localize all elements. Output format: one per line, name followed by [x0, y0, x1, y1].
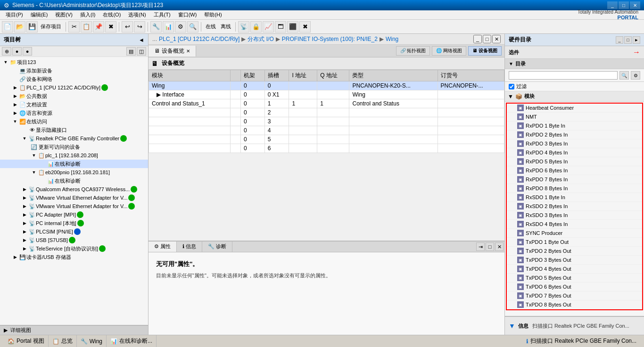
- tab-device-overview[interactable]: 🖥 设备概览 ✕: [149, 46, 196, 56]
- breadcrumb-distributed[interactable]: 分布式 I/O: [248, 35, 273, 43]
- tree-item-update-accessible[interactable]: 🔄 更新可访问的设备: [0, 143, 148, 151]
- exp-reader-usb[interactable]: ▶: [11, 253, 19, 261]
- exp-pc-internal[interactable]: ▶: [21, 219, 28, 227]
- tree-item-realtek[interactable]: ▼ 📡 Realtek PCIe GBE Family Controller: [0, 134, 148, 143]
- toolbar-btn-a[interactable]: 🔧: [150, 21, 162, 32]
- table-row[interactable]: 03: [149, 117, 504, 126]
- exp-doc-settings[interactable]: ▶: [11, 101, 19, 108]
- center-close-btn[interactable]: ✕: [492, 35, 501, 43]
- exp-vmware1[interactable]: ▶: [21, 194, 28, 202]
- catalog-item[interactable]: ▣TxPDO 6 Bytes Out: [507, 282, 642, 291]
- center-minimize-btn[interactable]: _: [473, 35, 482, 43]
- breadcrumb-profinet[interactable]: PROFINET IO-System (100): PN/IE_2: [282, 36, 378, 42]
- toolbar-btn-b[interactable]: 📊: [163, 21, 174, 32]
- tree-item-usb[interactable]: ▶ 📡 USB [S7USB]: [0, 236, 148, 244]
- toolbar-extra-a[interactable]: 📡: [238, 21, 249, 32]
- save-button[interactable]: 💾: [26, 21, 38, 32]
- exp-pc-adapter[interactable]: ▶: [21, 211, 28, 218]
- catalog-item[interactable]: ▣RxPDO 3 Bytes In: [507, 139, 642, 148]
- tree-item-online-diag-1[interactable]: ▶ 📊 在线和诊断: [0, 160, 148, 168]
- tree-item-pc-internal[interactable]: ▶ 📡 PC internal [本地]: [0, 219, 148, 227]
- breadcrumb-plc1[interactable]: PLC_1 [CPU 1212C AC/DC/Rly]: [159, 36, 239, 42]
- tree-item-pc-adapter[interactable]: ▶ 📡 PC Adapter [MPI]: [0, 210, 148, 219]
- tree-item-common-data[interactable]: ▶ 📂 公共数据: [0, 92, 148, 100]
- catalog-item[interactable]: ▣Heartbeat Consumer: [507, 104, 642, 113]
- toolbar-btn-d[interactable]: 🔍: [187, 21, 198, 32]
- prop-tab-diagnostics[interactable]: 🔧 诊断: [202, 242, 232, 252]
- catalog-item[interactable]: ▣RxPDO 4 Bytes In: [507, 148, 642, 157]
- close-button[interactable]: ✕: [630, 1, 640, 9]
- exp-plc1-ip[interactable]: ▼: [30, 152, 38, 159]
- status-online-diag[interactable]: 📊 在线和诊断...: [107, 335, 157, 347]
- exp-plcsim[interactable]: ▶: [21, 228, 28, 235]
- catalog-item[interactable]: ▣RxSDO 1 Byte In: [507, 193, 642, 202]
- status-portal-view[interactable]: 🏠 Portal 视图: [4, 335, 49, 347]
- catalog-expand[interactable]: □: [624, 36, 632, 44]
- toolbar-extra-c[interactable]: 📈: [263, 21, 274, 32]
- exp-vmware2[interactable]: ▶: [21, 202, 28, 210]
- tree-item-devices-network[interactable]: ▶ 🔗 设备和网络: [0, 75, 148, 83]
- online-label[interactable]: 在线: [204, 23, 218, 30]
- tree-item-teleservice[interactable]: ▶ 📡 TeleService [自动协议识别]: [0, 244, 148, 253]
- tree-btn-list[interactable]: ▤: [126, 47, 136, 56]
- tree-item-lang-resources[interactable]: ▶ 🌐 语言和资源: [0, 109, 148, 117]
- prop-close-btn[interactable]: ✕: [495, 242, 504, 251]
- open-button[interactable]: 📂: [14, 21, 25, 32]
- center-maximize-btn[interactable]: □: [483, 35, 491, 43]
- expand-dir-icon[interactable]: ▼: [509, 61, 513, 66]
- toolbar-extra-d[interactable]: 🗔: [275, 21, 286, 32]
- exp-realtek[interactable]: ▼: [21, 135, 28, 142]
- catalog-item[interactable]: ▣RxPDO 1 Byte In: [507, 121, 642, 130]
- menu-window[interactable]: 窗口(W): [174, 10, 201, 19]
- project-tree-collapse[interactable]: ◄: [139, 37, 144, 43]
- table-row[interactable]: ▶ Interface 00 X1 Wing: [149, 90, 504, 99]
- catalog-item[interactable]: ▣SYNC Producer: [507, 229, 642, 238]
- tree-item-add-device[interactable]: ▶ 💻 添加新设备: [0, 66, 148, 75]
- table-row[interactable]: Wing 00 PNCANOPEN-K20-S...PNCANOPEN-...: [149, 81, 504, 90]
- status-overview[interactable]: 📋 总览: [49, 335, 77, 347]
- table-row[interactable]: 06: [149, 144, 504, 153]
- save-project-label[interactable]: 保存项目: [39, 23, 63, 30]
- prop-tab-btn-a[interactable]: ⇥: [476, 242, 485, 251]
- exp-eb200[interactable]: ▼: [30, 169, 38, 176]
- menu-tools[interactable]: 工具(T): [150, 10, 174, 19]
- tree-btn-b[interactable]: ●: [12, 47, 22, 56]
- search-button[interactable]: 🔍: [619, 71, 629, 80]
- table-row[interactable]: 05: [149, 135, 504, 144]
- tree-item-qualcomm[interactable]: ▶ 📡 Qualcomm Atheros QCA9377 Wireless...: [0, 185, 148, 194]
- topology-view-btn[interactable]: 🔗 拓扑视图: [396, 46, 430, 56]
- paste-button[interactable]: 📌: [93, 21, 104, 32]
- toolbar-extra-b[interactable]: 🔒: [250, 21, 262, 32]
- catalog-group-module[interactable]: ▼ 📦 模块: [505, 91, 644, 102]
- catalog-item[interactable]: ▣TxPDO 8 Bytes Out: [507, 300, 642, 309]
- catalog-item[interactable]: ▣TxPDO 1 Byte Out: [507, 238, 642, 247]
- tree-item-online-diag-2[interactable]: ▶ 📊 在线和诊断: [0, 177, 148, 185]
- catalog-item[interactable]: ▣TxPDO 3 Bytes Out: [507, 256, 642, 265]
- menu-edit[interactable]: 编辑(E): [27, 10, 52, 19]
- tree-btn-c[interactable]: ●: [23, 47, 32, 56]
- catalog-item[interactable]: ▣RxPDO 5 Bytes In: [507, 157, 642, 166]
- tree-item-plc1-ip[interactable]: ▼ 📋 plc_1 [192.168.20.208]: [0, 151, 148, 160]
- tree-btn-add[interactable]: ⊕: [2, 47, 11, 56]
- cut-button[interactable]: ✂: [68, 21, 80, 32]
- tree-item-doc-settings[interactable]: ▶ 📄 文档设置: [0, 100, 148, 109]
- minimize-button[interactable]: _: [607, 1, 618, 9]
- tree-item-eb200[interactable]: ▼ 📋 eb200pnio [192.168.20.181]: [0, 168, 148, 177]
- exp-usb[interactable]: ▶: [21, 236, 28, 244]
- prop-tab-properties[interactable]: ⚙ 属性: [149, 242, 177, 252]
- toolbar-btn-c[interactable]: ⚙: [175, 21, 186, 32]
- undo-button[interactable]: ↩: [122, 21, 133, 32]
- menu-view[interactable]: 视图(V): [51, 10, 76, 19]
- exp-qualcomm[interactable]: ▶: [21, 186, 28, 193]
- offline-label[interactable]: 离线: [219, 23, 233, 30]
- delete-button[interactable]: ✖: [105, 21, 116, 32]
- menu-project[interactable]: 项目(P): [2, 10, 27, 19]
- catalog-item[interactable]: ▣TxPDO 7 Bytes Out: [507, 291, 642, 300]
- catalog-item[interactable]: ▣RxPDO 7 Bytes In: [507, 175, 642, 184]
- catalog-item[interactable]: ▣RxSDO 2 Bytes In: [507, 202, 642, 211]
- tree-btn-split[interactable]: ◫: [137, 47, 146, 56]
- tree-item-reader-usb[interactable]: ▶ 💾 读卡器/USB 存储器: [0, 253, 148, 261]
- catalog-item[interactable]: ▣RxSDO 3 Bytes In: [507, 211, 642, 220]
- exp-plc1[interactable]: ▶: [11, 84, 19, 91]
- table-row[interactable]: 04: [149, 126, 504, 135]
